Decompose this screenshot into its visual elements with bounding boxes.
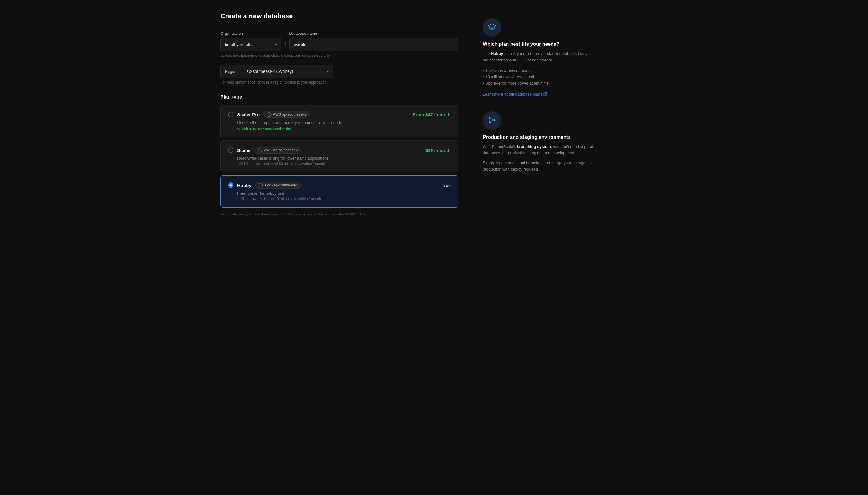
sidebar-branching-title: Production and staging environments <box>483 135 599 140</box>
region-select[interactable]: ap-southeast-2 (Sydney) ▾ <box>242 65 333 78</box>
plan-name-hobby: Hobby <box>237 183 252 188</box>
sidebar-panel: Which plan best fits your needs? The Hob… <box>483 12 599 216</box>
path-divider: / <box>282 38 289 51</box>
external-link-icon <box>543 92 547 96</box>
region-label: Region <box>220 65 242 78</box>
plan-card-scaler[interactable]: Scaler AWS ap-southeast-2 $29 / month Re… <box>220 140 458 172</box>
plan-card-hobby[interactable]: Hobby AWS ap-southeast-2 Free Free forev… <box>220 175 458 207</box>
sidebar-plan-description: The Hobby plan is your free forever star… <box>483 51 599 64</box>
feature-item-3: Upgrade for more power at any time <box>483 80 599 86</box>
feature-item-1: 1 billion row reads / month <box>483 67 599 73</box>
plan-badge-text: AWS ap-southeast-2 <box>273 112 306 117</box>
chevron-down-icon: ▾ <box>327 70 329 73</box>
branching-bold: branching system <box>517 144 551 149</box>
radio-scaler[interactable] <box>228 148 234 153</box>
learn-more-link[interactable]: Learn more about database plans <box>483 92 547 97</box>
sidebar-plan-section: Which plan best fits your needs? The Hob… <box>483 18 599 97</box>
plan-description-scaler-pro: Choose the compute and memory resources … <box>237 120 451 125</box>
sidebar-branching-section: Production and staging environments With… <box>483 112 599 173</box>
plan-name-scaler-pro: Scaler Pro <box>237 112 260 117</box>
footnote-text: ¹ For Scaler plans, additional row reads… <box>220 212 458 216</box>
organization-label: Organization <box>220 31 282 36</box>
hobby-bold: Hobby <box>491 51 503 56</box>
branch-icon-container <box>483 112 501 130</box>
plan-badge-scaler-pro: AWS ap-southeast-2 <box>263 111 310 118</box>
plan-price-scaler-pro: From $47 / month <box>413 112 451 117</box>
plan-reads-scaler: 100 billion row reads and 50 million row… <box>237 162 451 166</box>
infinity-icon: ∞ <box>237 126 240 131</box>
plan-description-scaler: Read/write-based billing for lower traff… <box>237 156 451 160</box>
region-row: Region ap-southeast-2 (Sydney) ▾ <box>220 65 458 78</box>
globe-icon <box>258 183 263 187</box>
plan-features-list: 1 billion row reads / month 10 million r… <box>483 67 599 86</box>
plan-cards-container: Scaler Pro AWS ap-southeast-2 From $47 /… <box>220 105 458 207</box>
plan-name-scaler: Scaler <box>237 148 251 153</box>
stack-icon <box>488 22 496 32</box>
plan-price-value: Free <box>441 183 451 188</box>
chevron-down-icon: ▾ <box>275 43 277 46</box>
page-title: Create a new database <box>220 12 458 20</box>
stack-icon-container <box>483 18 501 37</box>
learn-more-text: Learn more about database plans <box>483 92 542 97</box>
plan-price-value: $29 / month <box>425 148 451 153</box>
sidebar-plan-title: Which plan best fits your needs? <box>483 41 599 47</box>
main-form: Create a new database Organization timot… <box>220 12 458 216</box>
feature-item-2: 10 million row writes / month <box>483 73 599 80</box>
plan-reads-hobby: 1 billion row reads and 10 million row w… <box>237 197 451 201</box>
plan-price-scaler: $29 / month <box>425 148 451 153</box>
database-name-input[interactable] <box>289 38 458 51</box>
database-name-field-group: Database name <box>289 31 458 51</box>
branch-icon <box>488 116 496 125</box>
globe-icon <box>267 112 271 117</box>
region-value: ap-southeast-2 (Sydney) <box>246 69 293 74</box>
plan-badge-text: AWS ap-southeast-2 <box>265 183 298 187</box>
plan-section-title: Plan type <box>220 94 458 100</box>
organization-field-group: Organization timothy-veletta ▾ <box>220 31 282 51</box>
svg-point-2 <box>493 119 495 121</box>
plan-description-hobby: Free forever for hobby use <box>237 191 451 195</box>
database-name-label: Database name <box>289 31 458 36</box>
sidebar-branching-text2: Simply create additional branches and me… <box>483 160 599 173</box>
plan-badge-scaler: AWS ap-southeast-2 <box>255 147 301 154</box>
plan-badge-hobby: AWS ap-southeast-2 <box>255 182 302 189</box>
organization-value: timothy-veletta <box>225 42 253 47</box>
radio-scaler-pro[interactable] <box>228 112 234 117</box>
unlimited-badge: ∞ Unlimited row reads and writes <box>237 126 292 131</box>
radio-hobby[interactable] <box>228 183 234 188</box>
plan-price-value: From $47 / month <box>413 112 451 117</box>
region-hint: For best performance, choose a region cl… <box>220 80 458 85</box>
plan-badge-text: AWS ap-southeast-2 <box>264 148 297 152</box>
database-name-hint: Lowercase alphanumeric characters, dashe… <box>220 53 458 58</box>
plan-card-scaler-pro[interactable]: Scaler Pro AWS ap-southeast-2 From $47 /… <box>220 105 458 137</box>
plan-price-hobby: Free <box>441 183 451 188</box>
globe-icon <box>258 148 262 152</box>
plan-reads-scaler-pro: ∞ Unlimited row reads and writes <box>237 126 451 131</box>
organization-select[interactable]: timothy-veletta ▾ <box>220 38 282 51</box>
sidebar-branching-text1: With PlanetScale's branching system, you… <box>483 144 599 156</box>
